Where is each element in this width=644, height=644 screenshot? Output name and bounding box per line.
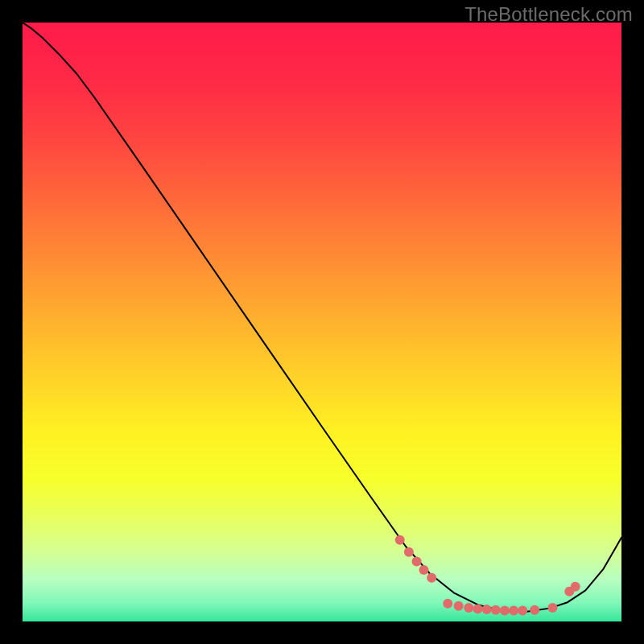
marker-dot xyxy=(571,582,580,592)
marker-dot xyxy=(395,535,405,545)
marker-dot xyxy=(500,606,510,616)
marker-dot xyxy=(464,603,473,613)
watermark-text: TheBottleneck.com xyxy=(464,3,633,26)
plot-svg xyxy=(23,23,621,621)
marker-dot xyxy=(518,606,527,616)
marker-dot xyxy=(491,605,501,615)
chart-container: TheBottleneck.com xyxy=(0,0,644,644)
plot-area xyxy=(23,23,621,621)
marker-dot xyxy=(404,547,414,557)
marker-dot xyxy=(530,605,539,615)
marker-dot xyxy=(427,573,436,583)
gradient-background xyxy=(23,23,621,621)
marker-dot xyxy=(419,565,428,575)
marker-dot xyxy=(482,605,492,614)
marker-dot xyxy=(443,599,452,609)
marker-dot xyxy=(547,603,557,613)
marker-dot xyxy=(412,557,422,567)
marker-dot xyxy=(473,604,482,613)
marker-dot xyxy=(454,601,464,611)
marker-dot xyxy=(509,606,518,616)
